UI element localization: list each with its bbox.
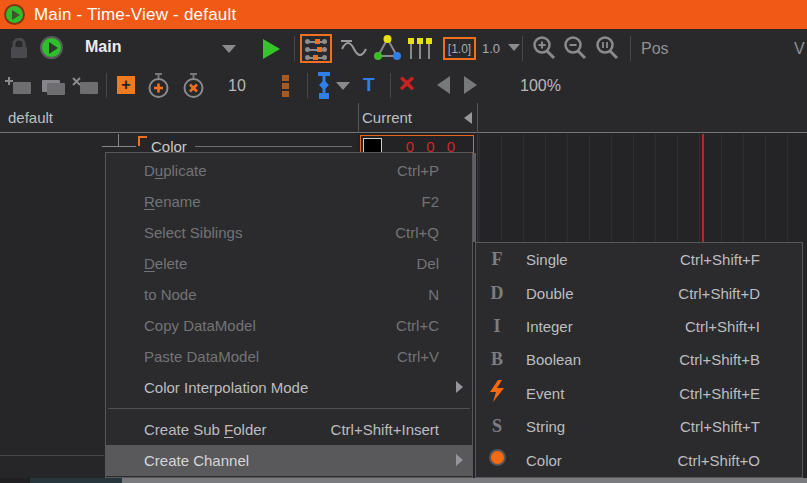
scale-caret-icon[interactable] [508, 44, 520, 51]
tab-default[interactable]: default [8, 109, 53, 126]
stopwatch-remove-icon[interactable] [181, 73, 206, 99]
menu-item-to-node[interactable]: to NodeN [106, 279, 472, 310]
menu-item-shortcut: Del [416, 255, 439, 272]
time-view-window: Main - Time-View - default Main [0, 0, 807, 483]
submenu-item-label: Color [526, 452, 677, 469]
main-toolbar: Main [1.0] 1.0 [0, 29, 807, 68]
submenu-item-shortcut: Ctrl+Shift+O [677, 452, 760, 469]
submenu-item-single[interactable]: FSingleCtrl+Shift+F [476, 243, 802, 276]
submenu-arrow-icon [456, 454, 463, 466]
stopwatch-add-icon[interactable] [146, 73, 171, 99]
add-folder-icon[interactable] [5, 76, 33, 96]
menu-item-create-sub-folder[interactable]: Create Sub FolderCtrl+Shift+Insert [106, 414, 472, 445]
remove-folder-icon[interactable] [72, 76, 100, 96]
channels-icon[interactable] [300, 34, 332, 63]
menu-item-create-channel[interactable]: Create Channel [106, 445, 472, 476]
play-icon[interactable] [263, 39, 280, 59]
menu-item-label: Create Sub Folder [144, 421, 331, 438]
menu-item-shortcut: Ctrl+C [396, 317, 439, 334]
boolean-type-icon: B [482, 349, 512, 370]
frame-count-value[interactable]: 10 [228, 77, 246, 95]
menu-item-label: Copy DataModel [144, 317, 396, 334]
curve-icon[interactable] [340, 37, 368, 59]
menu-item-shortcut: Ctrl+V [397, 348, 439, 365]
step-forward-icon[interactable] [464, 76, 477, 94]
menu-item-label: Delete [144, 255, 416, 272]
event-type-icon [482, 380, 512, 407]
menu-item-shortcut: F2 [421, 193, 439, 210]
submenu-item-label: String [526, 418, 680, 435]
key-insert-icon[interactable] [316, 72, 332, 99]
dropdown-caret-icon[interactable] [222, 45, 236, 53]
scale-box[interactable]: [1.0] [443, 37, 476, 60]
menu-item-label: Color Interpolation Mode [144, 379, 472, 396]
menu-item-shortcut: Ctrl+P [397, 162, 439, 179]
submenu-item-string[interactable]: SStringCtrl+Shift+T [476, 410, 802, 443]
menu-item-paste-datamodel[interactable]: Paste DataModelCtrl+V [106, 341, 472, 372]
add-key-icon[interactable]: + [117, 76, 135, 94]
menu-item-delete[interactable]: DeleteDel [106, 248, 472, 279]
submenu-item-shortcut: Ctrl+Shift+F [680, 251, 760, 268]
submenu-item-integer[interactable]: IIntegerCtrl+Shift+I [476, 310, 802, 343]
markers-icon[interactable] [407, 37, 432, 60]
menu-item-rename[interactable]: RenameF2 [106, 186, 472, 217]
overflow-dots-icon[interactable] [282, 75, 289, 97]
rgb-triangle-icon[interactable] [374, 35, 401, 61]
submenu-item-shortcut: Ctrl+Shift+T [680, 418, 760, 435]
target-selector-label[interactable]: Main [85, 38, 121, 56]
menu-item-label: Paste DataModel [144, 348, 397, 365]
submenu-item-shortcut: Ctrl+Shift+E [679, 385, 760, 402]
submenu-item-label: Event [526, 385, 679, 402]
selection-corner-icon [138, 136, 147, 146]
horizontal-scrollbar[interactable] [122, 478, 807, 483]
delete-key-icon[interactable]: ✕ [398, 72, 416, 96]
window-title: Main - Time-View - default [34, 5, 236, 25]
submenu-item-label: Single [526, 251, 680, 268]
clipped-label: V [794, 40, 805, 58]
play-record-icon [4, 4, 25, 25]
tree-branch-line [102, 146, 136, 147]
collapse-left-icon[interactable] [464, 112, 472, 124]
submenu-item-label: Boolean [526, 351, 679, 368]
menu-item-label: Create Channel [144, 452, 472, 469]
key-insert-caret-icon[interactable] [336, 82, 350, 90]
menu-item-label: to Node [144, 286, 428, 303]
submenu-item-label: Double [526, 285, 678, 302]
integer-type-icon: I [482, 316, 512, 337]
submenu-item-shortcut: Ctrl+Shift+D [678, 285, 760, 302]
horizontal-scrollbar-thumb[interactable] [30, 478, 122, 483]
double-type-icon: D [482, 283, 512, 304]
timeline-zoom-percent[interactable]: 100% [520, 77, 561, 95]
zoom-reset-icon[interactable] [594, 35, 620, 61]
string-type-icon: S [482, 416, 512, 437]
submenu-item-double[interactable]: DDoubleCtrl+Shift+D [476, 276, 802, 309]
record-icon[interactable] [40, 36, 63, 59]
lock-icon[interactable] [8, 38, 30, 59]
menu-item-copy-datamodel[interactable]: Copy DataModelCtrl+C [106, 310, 472, 341]
zoom-in-icon[interactable] [531, 35, 557, 61]
scale-dropdown[interactable]: 1.0 [482, 41, 500, 56]
context-menu: DuplicateCtrl+PRenameF2Select SiblingsCt… [105, 152, 473, 478]
menu-separator [106, 403, 472, 414]
menu-item-shortcut: Ctrl+Shift+Insert [331, 421, 439, 438]
submenu-arrow-icon [456, 381, 463, 393]
menu-item-duplicate[interactable]: DuplicateCtrl+P [106, 155, 472, 186]
menu-item-select-siblings[interactable]: Select SiblingsCtrl+Q [106, 217, 472, 248]
tree-branch-line [118, 134, 119, 147]
menu-item-color-interpolation-mode[interactable]: Color Interpolation Mode [106, 372, 472, 403]
submenu-item-label: Integer [526, 318, 685, 335]
scrollbar-track [0, 478, 30, 483]
submenu-item-boolean[interactable]: BBooleanCtrl+Shift+B [476, 343, 802, 376]
title-bar[interactable]: Main - Time-View - default [0, 0, 807, 29]
pos-label: Pos [641, 40, 669, 58]
text-key-icon[interactable]: T [363, 74, 375, 96]
zoom-out-icon[interactable] [562, 35, 588, 61]
panel-divider [0, 455, 104, 456]
current-column-header: Current [362, 109, 412, 126]
single-type-icon: F [482, 249, 512, 270]
folder-icon[interactable] [40, 76, 66, 96]
menu-item-label: Rename [144, 193, 421, 210]
submenu-item-color[interactable]: ColorCtrl+Shift+O [476, 443, 802, 476]
submenu-item-event[interactable]: EventCtrl+Shift+E [476, 377, 802, 410]
step-back-icon[interactable] [437, 76, 450, 94]
